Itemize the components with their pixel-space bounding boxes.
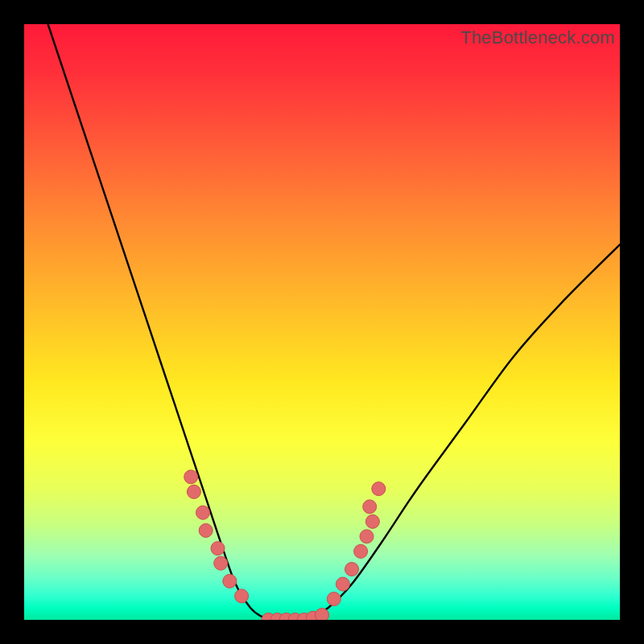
data-marker [316, 609, 329, 620]
data-marker [223, 574, 237, 588]
marker-layer [184, 470, 386, 620]
chart-frame: TheBottleneck.com [0, 0, 644, 644]
data-marker [336, 577, 349, 591]
plot-area: TheBottleneck.com [24, 24, 620, 620]
data-marker [184, 470, 198, 484]
data-marker [327, 592, 341, 606]
data-marker [365, 514, 379, 528]
data-marker [354, 544, 368, 558]
curve-layer [48, 24, 620, 620]
data-marker [214, 556, 228, 570]
chart-svg [24, 24, 620, 620]
data-marker [211, 542, 225, 555]
data-marker [360, 530, 374, 543]
data-marker [196, 506, 210, 519]
data-marker [345, 563, 359, 576]
bottleneck-curve [48, 24, 620, 620]
data-marker [235, 589, 249, 603]
data-marker [372, 482, 386, 496]
data-marker [199, 524, 213, 538]
data-marker [363, 500, 377, 514]
data-marker [187, 485, 200, 498]
